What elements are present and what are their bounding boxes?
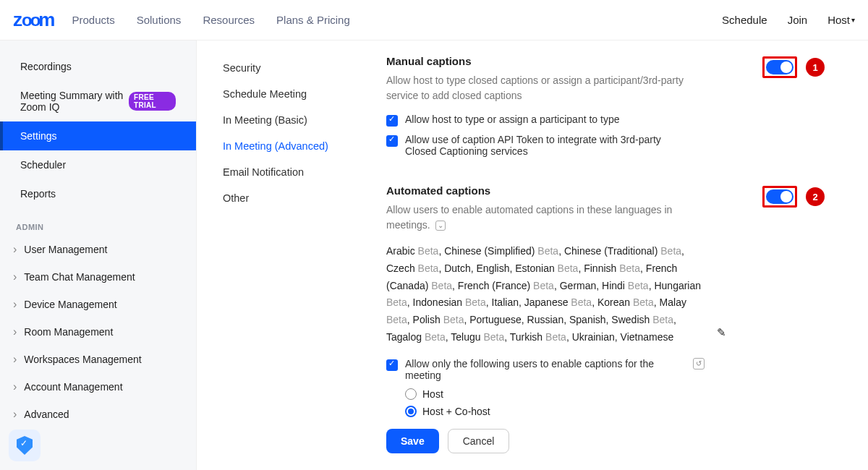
beta-badge: Beta	[443, 314, 464, 325]
settings-tab-security[interactable]: Security	[223, 55, 347, 81]
manual-captions-toggle[interactable]	[766, 60, 793, 74]
checkbox-api-token-label: Allow use of caption API Token to integr…	[405, 134, 690, 157]
language-item: Hungarian	[654, 280, 701, 291]
beta-badge: Beta	[633, 296, 654, 308]
nav-resources[interactable]: Resources	[203, 14, 255, 26]
language-item: English	[477, 262, 510, 274]
beta-badge: Beta	[652, 314, 673, 325]
annotation-badge-2: 2	[806, 187, 825, 206]
chevron-down-icon: ▾	[851, 16, 855, 24]
beta-badge: Beta	[571, 296, 592, 308]
settings-content: 1 Manual captions Allow host to type clo…	[356, 40, 868, 470]
reset-icon[interactable]: ↺	[693, 358, 705, 369]
sidebar-admin-advanced[interactable]: Advanced	[0, 401, 196, 428]
sidebar-reports[interactable]: Reports	[0, 179, 196, 208]
free-trial-badge: FREE TRIAL	[129, 92, 176, 111]
manual-captions-section: 1 Manual captions Allow host to type clo…	[386, 55, 845, 157]
language-item: Portuguese	[469, 314, 522, 325]
nav-plans[interactable]: Plans & Pricing	[276, 14, 350, 26]
top-header: zoom Products Solutions Resources Plans …	[0, 0, 868, 40]
nav-left: Products Solutions Resources Plans & Pri…	[72, 14, 349, 26]
language-item: Czech	[386, 262, 415, 274]
edit-languages-icon[interactable]: ✎	[717, 323, 726, 342]
automated-captions-toggle[interactable]	[766, 189, 793, 204]
annotation-box-1	[762, 56, 797, 78]
beta-badge: Beta	[465, 296, 486, 308]
info-icon[interactable]: ⌄	[435, 221, 446, 231]
sidebar-scheduler[interactable]: Scheduler	[0, 150, 196, 179]
language-item: Finnish	[584, 262, 616, 274]
language-item: Swedish	[611, 314, 650, 325]
language-item: Japanese	[524, 296, 569, 308]
chevron-right-icon	[13, 243, 17, 256]
checkbox-host-type[interactable]	[386, 115, 398, 127]
save-button[interactable]: Save	[386, 429, 439, 453]
beta-badge: Beta	[431, 280, 452, 291]
beta-badge: Beta	[386, 314, 407, 325]
language-item: Dutch	[444, 262, 471, 274]
settings-tab-in-meeting-advanced-[interactable]: In Meeting (Advanced)	[223, 133, 347, 159]
language-item: Korean	[597, 296, 630, 308]
language-item: Chinese (Traditional)	[564, 245, 658, 257]
manual-captions-desc: Allow host to type closed captions or as…	[386, 73, 697, 103]
language-item: Polish	[413, 314, 441, 325]
shield-icon	[17, 436, 33, 455]
language-item: Malay	[660, 296, 686, 308]
chevron-right-icon	[13, 325, 17, 338]
beta-badge: Beta	[628, 280, 649, 291]
beta-badge: Beta	[483, 331, 504, 343]
sidebar-admin-team-chat-management[interactable]: Team Chat Management	[0, 263, 196, 291]
restrict-radio-group: Host Host + Co-host	[405, 388, 845, 417]
language-item: Telugu	[451, 331, 480, 343]
sidebar-admin-account-management[interactable]: Account Management	[0, 373, 196, 401]
language-item: Russian	[527, 314, 564, 325]
sidebar-admin-room-management[interactable]: Room Management	[0, 318, 196, 346]
language-item: French (France)	[458, 280, 530, 291]
beta-badge: Beta	[660, 245, 681, 257]
sidebar-recordings[interactable]: Recordings	[0, 52, 196, 81]
privacy-shield-button[interactable]	[9, 430, 41, 461]
chevron-right-icon	[13, 408, 17, 421]
account-sidebar: Recordings Meeting Summary with Zoom IQ …	[0, 40, 197, 470]
nav-products[interactable]: Products	[72, 14, 114, 26]
sidebar-meeting-summary[interactable]: Meeting Summary with Zoom IQ FREE TRIAL	[0, 81, 196, 121]
settings-tab-email-notification[interactable]: Email Notification	[223, 159, 347, 185]
beta-badge: Beta	[425, 331, 446, 343]
automated-captions-section: 2 Automated captions Allow users to enab…	[386, 184, 845, 453]
sidebar-settings[interactable]: Settings	[0, 121, 196, 150]
radio-host[interactable]	[405, 388, 417, 400]
language-item: Turkish	[510, 331, 542, 343]
nav-solutions[interactable]: Solutions	[137, 14, 182, 26]
nav-join[interactable]: Join	[788, 14, 808, 26]
languages-list: Arabic Beta, Chinese (Simplified) Beta, …	[386, 243, 705, 346]
language-item: Italian	[492, 296, 519, 308]
settings-tab-in-meeting-basic-[interactable]: In Meeting (Basic)	[223, 107, 347, 133]
beta-badge: Beta	[386, 296, 407, 308]
cancel-button[interactable]: Cancel	[448, 429, 510, 453]
beta-badge: Beta	[533, 280, 554, 291]
nav-schedule[interactable]: Schedule	[722, 14, 767, 26]
settings-tab-other[interactable]: Other	[223, 185, 347, 211]
checkbox-api-token[interactable]	[386, 135, 398, 147]
beta-badge: Beta	[545, 331, 566, 343]
checkbox-host-type-label: Allow host to type or assign a participa…	[405, 114, 620, 125]
radio-host-cohost[interactable]	[405, 406, 417, 417]
beta-badge: Beta	[537, 245, 558, 257]
beta-badge: Beta	[418, 262, 439, 274]
settings-tab-schedule-meeting[interactable]: Schedule Meeting	[223, 81, 347, 107]
zoom-logo[interactable]: zoom	[13, 9, 54, 31]
beta-badge: Beta	[418, 245, 439, 257]
admin-section-label: ADMIN	[0, 208, 196, 236]
nav-host[interactable]: Host▾	[827, 14, 855, 26]
language-item: Hindi	[602, 280, 625, 291]
nav-right: Schedule Join Host▾	[722, 14, 855, 26]
language-item: Chinese (Simplified)	[444, 245, 535, 257]
language-item: Indonesian	[413, 296, 463, 308]
sidebar-admin-user-management[interactable]: User Management	[0, 236, 196, 263]
chevron-right-icon	[13, 353, 17, 366]
sidebar-admin-device-management[interactable]: Device Management	[0, 291, 196, 318]
sidebar-admin-workspaces-management[interactable]: Workspaces Management	[0, 346, 196, 373]
beta-badge: Beta	[619, 262, 640, 274]
radio-host-label: Host	[422, 388, 443, 400]
checkbox-restrict-users[interactable]	[386, 359, 398, 371]
